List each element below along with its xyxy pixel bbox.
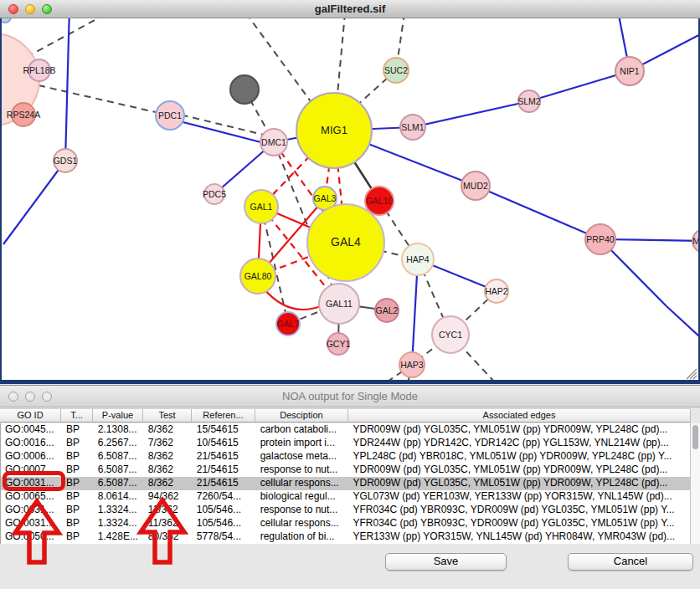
table-cell[interactable]: BP bbox=[62, 464, 94, 477]
table-cell[interactable]: 10/54615 bbox=[193, 437, 256, 450]
table-cell[interactable]: 6.2567... bbox=[94, 437, 144, 450]
node-top-dot[interactable] bbox=[2, 18, 11, 23]
table-cell[interactable]: BP bbox=[62, 450, 94, 464]
table-cell[interactable]: YER133W (pp) YOR315W, YNL145W (pd) YHR08… bbox=[349, 530, 691, 544]
table-row[interactable]: GO:0006...BP6.5087...8/36221/54615galact… bbox=[1, 450, 691, 464]
table-cell[interactable]: 8/362 bbox=[144, 450, 193, 464]
edges-layer bbox=[2, 18, 698, 380]
table-cell[interactable]: YDR244W (pp) YDR142C, YDR142C (pp) YGL15… bbox=[349, 437, 691, 450]
column-header-5[interactable]: Desciption bbox=[255, 409, 348, 422]
network-graph: RPL18BRPS24AGDS1PDC1DMC1MIG1SUC2SLM1SLM2… bbox=[2, 18, 698, 380]
cancel-button[interactable]: Cancel bbox=[568, 553, 693, 571]
table-cell[interactable]: 21/54615 bbox=[193, 477, 256, 490]
table-cell[interactable]: 6.5087... bbox=[94, 477, 144, 490]
table-cell[interactable]: cellular respons... bbox=[256, 477, 349, 490]
node-label-PRP40: PRP40 bbox=[586, 234, 614, 244]
table-cell[interactable]: BP bbox=[62, 437, 94, 450]
column-header-3[interactable]: Test bbox=[143, 409, 192, 422]
table-header[interactable]: GO IDT...P-valueTestReferen...Desciption… bbox=[0, 408, 691, 423]
table-cell[interactable]: protein import i... bbox=[256, 437, 349, 450]
column-header-1[interactable]: T... bbox=[61, 409, 93, 422]
table-cell[interactable]: GO:0045... bbox=[1, 423, 62, 437]
node-label-GCY1: GCY1 bbox=[327, 339, 351, 349]
table-cell[interactable]: 21/54615 bbox=[193, 464, 256, 477]
table-cell[interactable]: GO:0065... bbox=[1, 490, 62, 504]
table-cell[interactable]: 105/546... bbox=[193, 504, 256, 517]
table-cell[interactable]: 6.5087... bbox=[94, 464, 144, 477]
table-cell[interactable]: galactose meta... bbox=[256, 450, 349, 464]
table-cell[interactable]: GO:0050... bbox=[1, 530, 62, 544]
edge bbox=[170, 119, 274, 146]
table-cell[interactable]: 8/362 bbox=[144, 423, 193, 437]
table-cell[interactable]: carbon cataboli... bbox=[256, 423, 349, 437]
table-cell[interactable]: BP bbox=[62, 504, 94, 517]
table-row[interactable]: GO:0050...BP1.428E...80/3625778/54...reg… bbox=[1, 530, 691, 544]
table-cell[interactable]: cellular respons... bbox=[256, 517, 349, 530]
table-row[interactable]: GO:0045...BP2.1308...8/36215/54615carbon… bbox=[1, 423, 691, 437]
table-cell[interactable]: YFR034C (pd) YBR093C, YDR009W (pd) YGL03… bbox=[349, 504, 691, 517]
table-cell[interactable]: response to nut... bbox=[256, 464, 349, 477]
table-cell[interactable]: 105/546... bbox=[193, 517, 256, 530]
table-cell[interactable]: GO:0006... bbox=[1, 450, 62, 464]
table-cell[interactable]: BP bbox=[62, 423, 94, 437]
node-label-MIG1: MIG1 bbox=[321, 124, 347, 136]
table-cell[interactable]: GO:0031... bbox=[1, 477, 62, 490]
table-row[interactable]: GO:0031...BP1.3324...11/362105/546...cel… bbox=[1, 517, 691, 530]
table-cell[interactable]: 11/362 bbox=[144, 517, 193, 530]
table-row[interactable]: GO:0016...BP6.2567...7/36210/54615protei… bbox=[1, 437, 691, 450]
table-cell[interactable]: 2.1308... bbox=[94, 423, 144, 437]
scrollbar[interactable] bbox=[690, 423, 700, 544]
column-header-6[interactable]: Associated edges bbox=[348, 409, 691, 422]
network-window-titlebar[interactable]: galFiltered.sif bbox=[0, 0, 700, 18]
table-cell[interactable]: 1.3324... bbox=[94, 504, 144, 517]
table-cell[interactable]: 21/54615 bbox=[193, 450, 256, 464]
column-header-2[interactable]: P-value bbox=[93, 409, 143, 422]
node-label-CYC1: CYC1 bbox=[439, 330, 462, 340]
table-cell[interactable]: GO:0016... bbox=[1, 437, 62, 450]
edge bbox=[476, 186, 600, 239]
table-cell[interactable]: 8/362 bbox=[144, 477, 193, 490]
table-cell[interactable]: BP bbox=[62, 530, 94, 544]
table-cell[interactable]: GO:0031... bbox=[1, 504, 62, 517]
table-cell[interactable]: GO:0031... bbox=[1, 517, 62, 530]
node-label-HAP2: HAP2 bbox=[485, 286, 508, 296]
table-cell[interactable]: BP bbox=[62, 517, 94, 530]
column-header-4[interactable]: Referen... bbox=[192, 409, 255, 422]
table-cell[interactable]: regulation of bi... bbox=[256, 530, 349, 544]
table-cell[interactable]: 94/362 bbox=[144, 490, 193, 504]
table-cell[interactable]: YDR009W (pd) YGL035C, YML051W (pp) YDR00… bbox=[349, 423, 691, 437]
noa-window-titlebar[interactable]: NOA output for Single Mode bbox=[0, 386, 700, 407]
table-cell[interactable]: BP bbox=[62, 490, 94, 504]
table-cell[interactable]: 7260/54... bbox=[193, 490, 256, 504]
node-gray-node[interactable] bbox=[230, 75, 259, 104]
table-body: GO:0045...BP2.1308...8/36215/54615carbon… bbox=[0, 423, 691, 544]
table-cell[interactable]: 6.5087... bbox=[94, 450, 144, 464]
table-row[interactable]: GO:0007...BP6.5087...8/36221/54615respon… bbox=[1, 464, 691, 477]
resize-grip[interactable] bbox=[687, 369, 697, 379]
table-row[interactable]: GO:0031...BP1.3324...11/362105/546...res… bbox=[1, 504, 691, 517]
table-cell[interactable]: 15/54615 bbox=[193, 423, 256, 437]
table-row[interactable]: GO:0065...BP8.0614...94/3627260/54...bio… bbox=[1, 490, 691, 504]
table-cell[interactable]: biological regul... bbox=[256, 490, 349, 504]
table-cell[interactable]: YDR009W (pd) YGL035C, YML051W (pp) YDR00… bbox=[349, 477, 691, 490]
table-cell[interactable]: response to nut... bbox=[256, 504, 349, 517]
scrollbar-thumb[interactable] bbox=[692, 425, 698, 449]
table-cell[interactable]: 1.3324... bbox=[94, 517, 144, 530]
table-cell[interactable]: YDR009W (pd) YGL035C, YML051W (pp) YDR00… bbox=[349, 464, 691, 477]
table-cell[interactable]: YGL073W (pd) YER103W, YER133W (pp) YOR31… bbox=[349, 490, 691, 504]
table-cell[interactable]: YFR034C (pd) YBR093C, YDR009W (pd) YGL03… bbox=[349, 517, 691, 530]
network-canvas[interactable]: RPL18BRPS24AGDS1PDC1DMC1MIG1SUC2SLM1SLM2… bbox=[0, 18, 700, 384]
table-row[interactable]: GO:0031...BP6.5087...8/36221/54615cellul… bbox=[1, 477, 691, 490]
table-cell[interactable]: YPL248C (pd) YBR018C, YML051W (pp) YDR00… bbox=[349, 450, 691, 464]
table-cell[interactable]: 7/362 bbox=[144, 437, 193, 450]
table-cell[interactable]: GO:0007... bbox=[1, 464, 62, 477]
save-button[interactable]: Save bbox=[385, 553, 507, 571]
table-cell[interactable]: 80/362 bbox=[144, 530, 193, 544]
table-cell[interactable]: 11/362 bbox=[144, 504, 193, 517]
table-cell[interactable]: BP bbox=[62, 477, 94, 490]
column-header-0[interactable]: GO ID bbox=[0, 409, 61, 422]
table-cell[interactable]: 8/362 bbox=[144, 464, 193, 477]
table-cell[interactable]: 5778/54... bbox=[193, 530, 256, 544]
table-cell[interactable]: 1.428E... bbox=[94, 530, 144, 544]
table-cell[interactable]: 8.0614... bbox=[94, 490, 144, 504]
